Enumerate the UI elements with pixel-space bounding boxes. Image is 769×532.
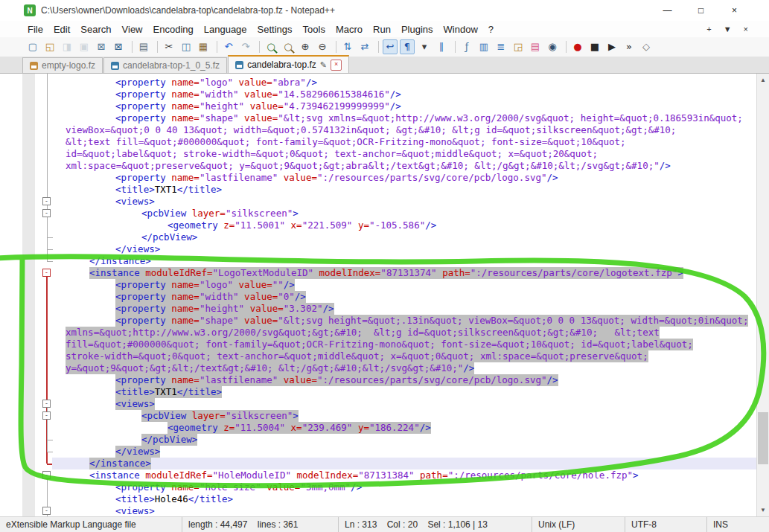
close-document-button[interactable]: × xyxy=(744,25,748,33)
code-line[interactable]: <title>TXT1</title> xyxy=(52,386,756,398)
fold-marker[interactable]: - xyxy=(42,471,51,479)
new-file-icon[interactable]: ▢ xyxy=(25,39,40,54)
undo-icon[interactable]: ↶ xyxy=(221,39,236,54)
code-line[interactable]: xml:space=&quot;preserve&quot; y=&quot;9… xyxy=(52,160,756,172)
scroll-up-arrow-icon[interactable]: ▲ xyxy=(757,74,769,86)
zoom-out-icon[interactable]: ⊖ xyxy=(315,39,330,54)
editor-area[interactable]: ------- <property name="logo" value="abr… xyxy=(0,74,756,516)
menu-item-search[interactable]: Search xyxy=(75,22,116,36)
tab-candelabra-top.fz[interactable]: candelabra-top.fz✎× xyxy=(228,55,349,73)
close-button[interactable]: × xyxy=(718,0,751,21)
code-line[interactable]: <property name="height" value="4.7394621… xyxy=(52,100,756,112)
zoom-in-icon[interactable]: ⊕ xyxy=(298,39,313,54)
code-line[interactable]: </pcbView> xyxy=(52,434,756,446)
indent-guide-icon[interactable]: ‖ xyxy=(434,39,449,54)
menu-item-window[interactable]: Window xyxy=(438,22,483,36)
code-line[interactable]: <title>Hole46</title> xyxy=(52,493,756,505)
code-line[interactable]: </views> xyxy=(52,243,756,255)
fold-marker[interactable]: - xyxy=(42,209,51,217)
close-all-icon[interactable]: ⊠ xyxy=(111,39,126,54)
code-line[interactable]: <property name="width" value="14.5829606… xyxy=(52,89,756,100)
code-line[interactable]: <views> xyxy=(52,505,756,516)
play-macro-icon[interactable]: ▶ xyxy=(604,39,619,54)
file-browser-icon[interactable]: ▤ xyxy=(528,39,543,54)
status-encoding[interactable]: UTF-8 xyxy=(625,517,707,532)
new-tab-button[interactable]: + xyxy=(706,25,711,33)
save-icon[interactable]: ◨ xyxy=(60,39,74,54)
minimize-button[interactable]: — xyxy=(651,0,684,21)
maximize-button[interactable]: □ xyxy=(684,0,718,21)
print-icon[interactable]: ▤ xyxy=(136,39,151,54)
copy-icon[interactable]: ◫ xyxy=(179,39,194,54)
code-line[interactable]: stroke-width=&quot;0&quot; text-anchor=&… xyxy=(52,350,756,362)
folder-workspace-icon[interactable]: ◲ xyxy=(511,39,526,54)
find-icon[interactable]: ○ xyxy=(264,39,278,54)
save-macro-icon[interactable]: ◇ xyxy=(639,39,654,54)
word-wrap-icon[interactable]: ↩ xyxy=(383,39,398,54)
sync-vertical-icon[interactable]: ⇅ xyxy=(340,39,355,54)
code-line[interactable]: y=&quot;9&quot;&gt;&lt;/text&gt;&#10; &l… xyxy=(52,362,756,374)
stop-macro-icon[interactable]: ■ xyxy=(587,39,602,54)
code-line[interactable]: <property name="hole size" value="3mm,0m… xyxy=(52,481,756,493)
menu-item-edit[interactable]: Edit xyxy=(48,22,75,36)
fold-marker[interactable]: - xyxy=(42,269,51,277)
code-line[interactable]: <property name="lastfilename" value=":/r… xyxy=(52,172,756,184)
paste-icon[interactable]: ▦ xyxy=(196,39,211,54)
show-all-chars-icon[interactable]: ¶ xyxy=(400,39,415,54)
code-line[interactable]: xmlns=&quot;http://www.w3.org/2000/svg&q… xyxy=(52,327,756,339)
menu-item-run[interactable]: Run xyxy=(368,22,396,36)
menu-item-help[interactable]: ? xyxy=(483,22,499,36)
status-eol-format[interactable]: Unix (LF) xyxy=(532,517,625,532)
code-line[interactable]: <instance moduleIdRef="HoleModuleID" mod… xyxy=(52,469,756,481)
code-line[interactable]: </views> xyxy=(52,446,756,458)
code-line[interactable]: <pcbView layer="silkscreen"> xyxy=(52,410,756,422)
function-list-icon[interactable]: ƒ xyxy=(459,39,474,54)
code-line[interactable]: <title>TXT1</title> xyxy=(52,184,756,196)
monitoring-icon[interactable]: ◉ xyxy=(545,39,560,54)
dropdown-arrow-icon[interactable]: ▾ xyxy=(417,39,432,54)
vertical-scrollbar[interactable]: ▲ ▼ xyxy=(756,74,769,516)
scrollbar-thumb[interactable] xyxy=(758,412,768,464)
code-line[interactable]: fill=&quot;#000000&quot; font-family=&qu… xyxy=(52,339,756,350)
replace-icon[interactable]: ○ xyxy=(281,39,296,54)
fold-margin[interactable]: ------- xyxy=(0,74,52,516)
tab-close-icon[interactable]: × xyxy=(331,60,342,71)
fold-marker[interactable]: - xyxy=(42,411,51,420)
fold-marker[interactable]: - xyxy=(42,197,51,205)
code-line[interactable]: <views> xyxy=(52,398,756,410)
code-line[interactable]: <property name="width" value="0"/> xyxy=(52,291,756,303)
status-insert-mode[interactable]: INS xyxy=(707,517,769,532)
menu-item-encoding[interactable]: Encoding xyxy=(148,22,199,36)
code-line[interactable]: <property name="logo" value="abra"/> xyxy=(52,77,756,89)
code-line[interactable]: <geometry z="11.5004" x="239.469" y="186… xyxy=(52,422,756,434)
code-line[interactable]: &lt;text fill=&quot;#000000&quot; font-f… xyxy=(52,136,756,148)
menu-item-view[interactable]: View xyxy=(117,22,148,36)
cut-icon[interactable]: ✂ xyxy=(162,39,176,54)
tab-list-button[interactable]: ▼ xyxy=(724,25,732,33)
code-line[interactable]: </pcbView> xyxy=(52,231,756,243)
redo-icon[interactable]: ↷ xyxy=(238,39,253,54)
code-line[interactable]: <views> xyxy=(52,196,756,208)
code-line[interactable]: </instance> xyxy=(52,458,756,469)
code-line[interactable]: viewBox=&quot;0 0 40 13&quot; width=&quo… xyxy=(52,124,756,136)
open-folder-icon[interactable]: ◱ xyxy=(42,39,57,54)
code-line[interactable]: <property name="shape" value="&lt;svg xm… xyxy=(52,112,756,124)
code-line[interactable]: <property name="lastfilename" value=":/r… xyxy=(52,374,756,386)
menu-item-tools[interactable]: Tools xyxy=(298,22,331,36)
code-view[interactable]: <property name="logo" value="abra"/><pro… xyxy=(52,77,756,516)
code-line[interactable]: <pcbView layer="silkscreen"> xyxy=(52,208,756,219)
menu-item-language[interactable]: Language xyxy=(199,22,252,36)
scroll-down-arrow-icon[interactable]: ▼ xyxy=(757,504,769,516)
code-line[interactable]: id=&quot;label&quot; stroke-width=&quot;… xyxy=(52,148,756,160)
code-line[interactable]: <property name="height" value="3.302"/> xyxy=(52,303,756,315)
save-all-icon[interactable]: ▣ xyxy=(77,39,92,54)
document-list-icon[interactable]: ≣ xyxy=(494,39,508,54)
pin-icon[interactable]: ✎ xyxy=(320,60,327,70)
fold-marker[interactable]: - xyxy=(42,400,51,408)
code-line[interactable]: <instance moduleIdRef="LogoTextModuleID"… xyxy=(52,267,756,279)
code-line[interactable]: <property name="logo" value=""/> xyxy=(52,279,756,291)
close-file-icon[interactable]: ⊠ xyxy=(94,39,109,54)
record-macro-icon[interactable]: ● xyxy=(570,39,585,54)
fold-marker[interactable]: - xyxy=(42,507,51,515)
code-line[interactable]: <property name="shape" value="&lt;svg he… xyxy=(52,315,756,327)
